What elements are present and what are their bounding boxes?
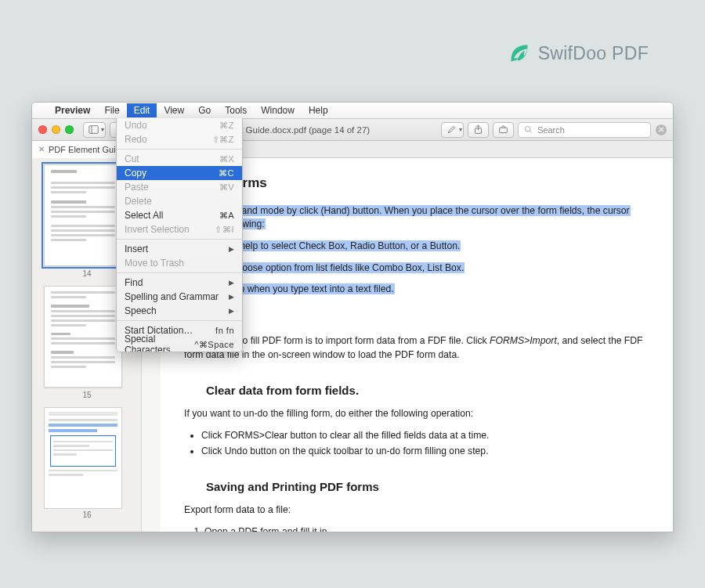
para-undo-intro: If you want to un-do the filling form, d… (184, 407, 649, 421)
svg-point-11 (525, 126, 530, 132)
menu-select-all[interactable]: Select All⌘A (117, 208, 242, 222)
svg-line-12 (530, 131, 531, 132)
menu-view[interactable]: View (157, 103, 191, 117)
clear-search-button[interactable]: ✕ (656, 124, 667, 135)
brand-name: SwifDoo PDF (538, 43, 649, 64)
menubar: Preview File Edit View Go Tools Window H… (32, 103, 673, 119)
close-tab-icon[interactable]: ✕ (38, 145, 45, 153)
heading-clear-data: Clear data from form fields. (206, 382, 649, 399)
zoom-window-button[interactable] (65, 125, 74, 134)
menu-find[interactable]: Find▶ (117, 276, 242, 290)
window-controls (38, 125, 74, 134)
svg-rect-0 (89, 126, 98, 134)
menu-move-to-trash: Move to Trash (117, 256, 242, 270)
search-input[interactable]: Search (518, 122, 651, 138)
search-icon (523, 124, 533, 135)
close-window-button[interactable] (38, 125, 47, 134)
toolbox-icon (498, 124, 508, 135)
menu-file[interactable]: File (97, 103, 126, 117)
sidebar-icon (89, 124, 99, 135)
thumb-label-15: 15 (36, 391, 138, 399)
menu-spelling-grammar[interactable]: Spelling and Grammar▶ (117, 290, 242, 304)
menu-app[interactable]: Preview (48, 103, 97, 117)
para-export-intro: Export form data to a file: (184, 503, 649, 518)
menu-delete: Delete (117, 194, 242, 208)
share-button[interactable] (468, 122, 489, 138)
markup-button[interactable]: ▾ (441, 122, 464, 138)
para-import-i: FORMS>Import (490, 335, 557, 346)
menu-invert-selection: Invert Selection⇧⌘I (117, 222, 242, 236)
menu-edit[interactable]: Edit (127, 103, 157, 117)
brand-watermark: SwifDoo PDF (508, 42, 649, 64)
menu-special-characters[interactable]: Special Characters…^⌘Space (117, 337, 242, 352)
menu-help[interactable]: Help (302, 103, 335, 117)
bullet-clear-all: Click FORMS>Clear button to clear all th… (201, 429, 649, 443)
pencil-icon (446, 124, 457, 135)
menu-undo: Undo⌘Z (117, 118, 242, 132)
swifdoo-logo-icon (508, 42, 530, 64)
annotate-button[interactable] (493, 122, 514, 138)
heading-save-print: Saving and Printing PDF forms (206, 478, 649, 496)
menu-tools[interactable]: Tools (218, 103, 254, 117)
menu-cut: Cut⌘X (117, 152, 242, 166)
menu-insert[interactable]: Insert▶ (117, 242, 242, 256)
chevron-down-icon: ▾ (459, 126, 462, 133)
thumbnail-page-14[interactable] (44, 164, 122, 266)
menu-go[interactable]: Go (191, 103, 218, 117)
menu-speech[interactable]: Speech▶ (117, 304, 242, 318)
menu-window[interactable]: Window (254, 103, 302, 117)
menu-paste: Paste⌘V (117, 180, 242, 194)
thumbnail-page-16[interactable] (44, 407, 122, 509)
chevron-down-icon: ▾ (101, 126, 104, 133)
menu-redo: Redo⇧⌘Z (117, 132, 242, 146)
bullet-undo-one: Click Undo button on the quick toolbar t… (201, 445, 649, 459)
share-icon (473, 124, 483, 135)
svg-rect-10 (500, 128, 508, 133)
thumbnail-page-15[interactable] (44, 286, 122, 388)
heading-fill-forms: in PDF forms (184, 174, 649, 193)
thumb-label-16: 16 (36, 510, 138, 519)
minimize-window-button[interactable] (52, 125, 60, 134)
edit-menu-dropdown: Undo⌘Z Redo⇧⌘Z Cut⌘X Copy⌘C Paste⌘V Dele… (116, 118, 243, 352)
sidebar-view-button[interactable]: ▾ (83, 122, 106, 138)
search-placeholder: Search (537, 125, 565, 135)
selected-text-1a: , change to Hand mode by click (Hand) bu… (184, 205, 631, 216)
step-open-fill: Open a PDF form and fill it in. (204, 525, 649, 532)
menu-copy[interactable]: Copy⌘C (117, 166, 242, 180)
